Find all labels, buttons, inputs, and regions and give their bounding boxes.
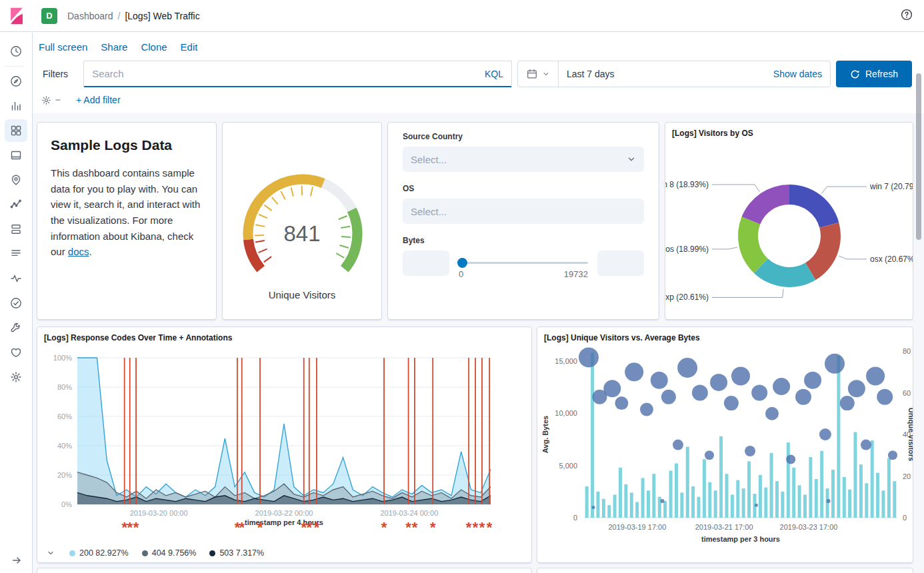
panel-partial-next-row (37, 568, 532, 573)
legend-items: 200 82.927%404 9.756%503 7.317% (69, 548, 264, 558)
legend-item-404[interactable]: 404 9.756% (142, 548, 197, 558)
sidebar-item-recently-viewed[interactable] (5, 40, 27, 63)
legend-item-200[interactable]: 200 82.927% (69, 548, 129, 558)
response-codes-area-chart[interactable]: 0%20%40%60%80%100%2019-03-20 00:002019-0… (37, 344, 531, 541)
svg-text:*: * (257, 519, 263, 536)
breadcrumb-current: [Logs] Web Traffic (125, 11, 199, 21)
svg-text:Avg. Bytes: Avg. Bytes (541, 416, 549, 453)
os-placeholder: Select... (411, 206, 447, 217)
sidebar-item-machine-learning[interactable] (5, 193, 27, 216)
legend-item-503[interactable]: 503 7.317% (209, 548, 264, 558)
filter-bar: + Add filter (33, 87, 924, 113)
sample-logs-body: This dashboard contains sample data for … (51, 165, 203, 260)
clone-button[interactable]: Clone (141, 41, 167, 53)
svg-text:*: * (430, 519, 436, 536)
sidebar-item-logs[interactable] (5, 243, 27, 265)
filter-settings-button[interactable] (41, 95, 61, 106)
sidebar-collapse-button[interactable] (0, 554, 33, 566)
svg-text:*: * (133, 519, 139, 536)
bytes-slider-min-label: 0 (459, 269, 463, 279)
sidebar-item-maps[interactable] (5, 169, 27, 191)
docs-link[interactable]: docs (68, 246, 89, 257)
svg-text:timestamp per 3 hours: timestamp per 3 hours (701, 535, 780, 543)
show-dates-button[interactable]: Show dates (773, 69, 830, 79)
svg-text:*: * (412, 519, 418, 536)
kibana-logo[interactable] (0, 7, 33, 25)
sidebar-item-discover[interactable] (5, 70, 27, 93)
space-avatar[interactable]: D (41, 8, 57, 24)
svg-text:*: * (479, 519, 485, 536)
panel-visitors-by-os: [Logs] Visitors by OS win 7 (20.79%)osx … (665, 122, 913, 320)
sidebar-item-dashboard[interactable] (5, 119, 27, 142)
sidebar-item-management[interactable] (5, 366, 27, 388)
bytes-slider-handle[interactable] (457, 258, 467, 268)
bytes-slider[interactable]: 0 19732 (459, 251, 588, 276)
svg-text:*: * (487, 519, 493, 536)
svg-text:*: * (381, 519, 387, 536)
source-country-placeholder: Select... (411, 154, 447, 165)
gauge-label: Unique Visitors (223, 289, 381, 300)
monitoring-icon (9, 346, 23, 359)
panel-partial-next-row (537, 568, 913, 573)
os-select[interactable]: Select... (403, 199, 644, 224)
edit-button[interactable]: Edit (181, 41, 198, 53)
legend-dot (142, 550, 148, 556)
svg-text:5,000: 5,000 (559, 462, 577, 470)
svg-text:ios (18.99%): ios (18.99%) (665, 245, 709, 254)
main-area: Full screen Share Clone Edit Filters KQL… (33, 33, 924, 573)
legend-dot (209, 550, 215, 556)
refresh-button[interactable]: Refresh (836, 61, 912, 87)
full-screen-button[interactable]: Full screen (39, 41, 87, 53)
bytes-slider-track[interactable] (459, 262, 588, 264)
sidebar-item-apm[interactable] (5, 267, 27, 290)
svg-text:0%: 0% (61, 500, 72, 508)
sidebar-item-monitoring[interactable] (5, 341, 27, 364)
clock-icon (9, 45, 23, 58)
time-range-value[interactable]: Last 7 days (559, 69, 615, 79)
sidebar-item-visualize[interactable] (5, 95, 27, 117)
logs-icon (9, 247, 23, 261)
share-button[interactable]: Share (101, 41, 127, 53)
svg-text:2019-03-24 00:00: 2019-03-24 00:00 (380, 509, 438, 517)
add-filter-button[interactable]: + Add filter (76, 95, 121, 105)
sidebar-item-uptime[interactable] (5, 292, 27, 314)
visitors-by-os-donut-chart[interactable]: win 7 (20.79%)osx (20.67%)win xp (20.61%… (665, 131, 913, 319)
sidebar-item-infrastructure[interactable] (5, 218, 27, 241)
calendar-dropdown-button[interactable] (518, 61, 559, 87)
svg-text:15,000: 15,000 (555, 357, 577, 365)
scrollbar-thumb[interactable] (916, 73, 921, 240)
chevron-down-icon (55, 97, 61, 103)
panel-response-codes: [Logs] Response Codes Over Time + Annota… (37, 326, 532, 563)
svg-text:60: 60 (903, 389, 911, 397)
svg-text:2019-03-20 00:00: 2019-03-20 00:00 (130, 509, 188, 517)
svg-text:2019-03-22 00:00: 2019-03-22 00:00 (255, 509, 313, 517)
svg-text:*: * (239, 519, 245, 536)
search-input[interactable] (84, 68, 477, 79)
bytes-max-input[interactable] (597, 251, 644, 276)
search-bar: Filters KQL Last 7 days Show dates (33, 61, 912, 87)
breadcrumb-dashboard[interactable]: Dashboard (67, 11, 113, 21)
canvas-icon (9, 149, 23, 162)
svg-text:*: * (314, 519, 320, 536)
chevron-down-icon (47, 549, 55, 557)
svg-text:20: 20 (903, 472, 911, 480)
help-menu-button[interactable] (899, 7, 915, 25)
kql-selector[interactable]: KQL (477, 69, 511, 79)
sidebar-item-dev-tools[interactable] (5, 316, 27, 339)
svg-text:100%: 100% (53, 354, 72, 362)
legend-collapse-button[interactable] (47, 549, 55, 557)
filters-button[interactable]: Filters (33, 61, 78, 87)
svg-text:0: 0 (573, 514, 577, 522)
visitors-vs-bytes-chart[interactable]: 05,00010,00015,0000204060802019-03-19 17… (537, 343, 913, 556)
sidebar-item-canvas[interactable] (5, 144, 27, 167)
source-country-select[interactable]: Select... (403, 147, 644, 172)
svg-text:60%: 60% (57, 412, 72, 420)
infrastructure-icon (9, 223, 23, 236)
arrow-right-icon (11, 554, 23, 566)
legend-label: 503 7.317% (219, 548, 264, 558)
svg-text:2019-03-21 17:00: 2019-03-21 17:00 (695, 523, 753, 531)
bytes-label: Bytes (403, 236, 644, 245)
kibana-logo-icon (8, 7, 25, 25)
svg-text:*: * (466, 519, 472, 536)
bytes-min-input[interactable] (403, 251, 449, 276)
